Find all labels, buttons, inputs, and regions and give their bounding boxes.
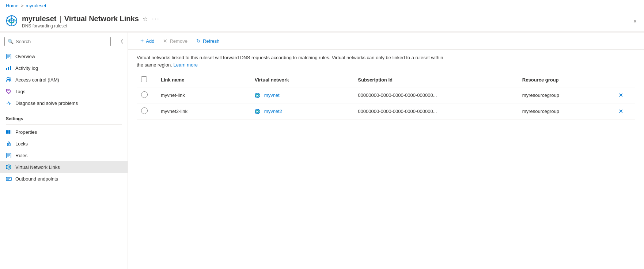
vnet-link-0[interactable]: myvnet bbox=[255, 92, 349, 98]
sidebar-label-diagnose: Diagnose and solve problems bbox=[15, 101, 78, 106]
tags-icon bbox=[6, 88, 12, 94]
delete-row-button-1[interactable]: ✕ bbox=[616, 107, 625, 115]
rules-icon bbox=[6, 152, 12, 158]
delete-cell: ✕ bbox=[612, 87, 635, 103]
resource-group-cell: myresourcegroup bbox=[518, 103, 612, 120]
activity-log-icon bbox=[6, 65, 12, 71]
page-name: Virtual Network Links bbox=[64, 15, 139, 23]
sidebar-item-activity-log[interactable]: Activity log bbox=[0, 62, 128, 74]
sidebar-item-virtual-network-links[interactable]: Virtual Network Links bbox=[0, 161, 128, 173]
link-name-cell: myvnet2-link bbox=[156, 103, 250, 120]
svg-point-35 bbox=[6, 165, 7, 166]
settings-section-label: Settings bbox=[0, 112, 128, 123]
search-icon: 🔍 bbox=[8, 39, 14, 44]
search-box[interactable]: 🔍 bbox=[4, 37, 111, 46]
add-icon: + bbox=[140, 38, 144, 44]
overview-icon bbox=[6, 53, 12, 59]
access-control-icon bbox=[6, 77, 12, 83]
resource-name: myruleset bbox=[22, 15, 57, 23]
svg-point-34 bbox=[6, 168, 7, 169]
title-separator: | bbox=[60, 15, 61, 23]
resource-group-cell: myresourcegroup bbox=[518, 87, 612, 103]
svg-line-20 bbox=[10, 103, 10, 105]
svg-point-44 bbox=[255, 109, 260, 114]
svg-rect-23 bbox=[8, 130, 10, 134]
row-radio-1[interactable] bbox=[141, 107, 148, 114]
collapse-button[interactable]: 《 bbox=[115, 37, 126, 46]
search-input[interactable] bbox=[16, 39, 107, 44]
learn-more-link[interactable]: Learn more bbox=[173, 62, 197, 68]
remove-button[interactable]: ✕ Remove bbox=[159, 36, 191, 46]
sidebar-label-activity-log: Activity log bbox=[15, 65, 38, 71]
diagnose-icon bbox=[6, 100, 12, 106]
row-radio-0[interactable] bbox=[141, 91, 148, 98]
svg-point-43 bbox=[255, 93, 256, 94]
sidebar-label-properties: Properties bbox=[15, 129, 37, 135]
svg-point-40 bbox=[257, 94, 258, 96]
vnet-link-1[interactable]: myvnet2 bbox=[255, 109, 349, 114]
sidebar-label-access-control: Access control (IAM) bbox=[15, 77, 59, 83]
svg-rect-13 bbox=[10, 66, 11, 70]
virtual-network-cell: myvnet bbox=[250, 87, 354, 103]
svg-point-47 bbox=[255, 112, 256, 113]
sidebar-item-outbound-endpoints[interactable]: Outbound endpoints bbox=[0, 173, 128, 185]
resource-group-header: Resource group bbox=[518, 73, 612, 87]
subscription-id-cell: 00000000-0000-0000-0000-000000... bbox=[353, 103, 518, 120]
sidebar-item-tags[interactable]: Tags bbox=[0, 86, 128, 97]
svg-point-42 bbox=[255, 96, 256, 97]
breadcrumb-current: myruleset bbox=[26, 3, 46, 8]
svg-rect-36 bbox=[6, 177, 11, 181]
resource-icon bbox=[6, 15, 18, 28]
refresh-button[interactable]: ↻ Refresh bbox=[193, 36, 223, 46]
svg-point-39 bbox=[255, 93, 260, 98]
action-header bbox=[612, 73, 635, 87]
main-content: + Add ✕ Remove ↻ Refresh Virtual network… bbox=[128, 33, 644, 269]
virtual-network-links-icon bbox=[6, 164, 12, 170]
add-button[interactable]: + Add bbox=[137, 35, 158, 46]
info-text: Virtual networks linked to this ruleset … bbox=[128, 50, 457, 73]
more-options-button[interactable]: ··· bbox=[151, 14, 160, 23]
sidebar-item-diagnose[interactable]: Diagnose and solve problems bbox=[0, 97, 128, 109]
virtual-network-header: Virtual network bbox=[250, 73, 354, 87]
refresh-icon: ↻ bbox=[196, 38, 201, 44]
svg-point-6 bbox=[7, 17, 8, 19]
refresh-label: Refresh bbox=[203, 38, 220, 44]
sidebar-label-tags: Tags bbox=[15, 89, 25, 94]
sidebar-label-locks: Locks bbox=[15, 141, 28, 147]
sidebar-item-properties[interactable]: Properties bbox=[0, 126, 128, 138]
svg-point-5 bbox=[7, 23, 8, 24]
sidebar: 🔍 《 Overview Activity log Access control… bbox=[0, 33, 128, 269]
svg-point-45 bbox=[257, 110, 258, 112]
delete-cell: ✕ bbox=[612, 103, 635, 120]
breadcrumb: Home > myruleset bbox=[0, 0, 644, 11]
breadcrumb-home[interactable]: Home bbox=[6, 3, 19, 8]
sidebar-item-access-control[interactable]: Access control (IAM) bbox=[0, 74, 128, 86]
sidebar-item-locks[interactable]: Locks bbox=[0, 138, 128, 149]
select-all-header bbox=[137, 73, 156, 87]
svg-line-19 bbox=[9, 102, 10, 105]
close-button[interactable]: × bbox=[632, 17, 638, 26]
remove-label: Remove bbox=[170, 38, 187, 44]
select-all-checkbox[interactable] bbox=[141, 76, 147, 82]
sidebar-item-overview[interactable]: Overview bbox=[0, 50, 128, 62]
delete-row-button-0[interactable]: ✕ bbox=[616, 91, 625, 99]
table-row: myvnet-link myvnet 00000000-0000-0000-00… bbox=[137, 87, 635, 103]
svg-point-26 bbox=[8, 144, 10, 145]
sidebar-item-rules[interactable]: Rules bbox=[0, 149, 128, 161]
sidebar-label-outbound-endpoints: Outbound endpoints bbox=[15, 176, 58, 182]
svg-rect-11 bbox=[6, 68, 7, 70]
svg-point-48 bbox=[255, 109, 256, 110]
resource-title-group: myruleset | Virtual Network Links ☆ ··· … bbox=[22, 14, 160, 29]
outbound-endpoints-icon bbox=[6, 176, 12, 182]
locks-icon bbox=[6, 141, 12, 147]
toolbar: + Add ✕ Remove ↻ Refresh bbox=[128, 33, 644, 50]
sidebar-label-virtual-network-links: Virtual Network Links bbox=[15, 164, 60, 170]
table-row: myvnet2-link myvnet2 00000000-0000-0000-… bbox=[137, 103, 635, 120]
settings-divider bbox=[6, 124, 122, 125]
svg-rect-22 bbox=[6, 130, 8, 134]
subscription-id-cell: 00000000-0000-0000-0000-000000... bbox=[353, 87, 518, 103]
svg-point-16 bbox=[8, 90, 9, 91]
remove-icon: ✕ bbox=[163, 38, 167, 44]
favorite-button[interactable]: ☆ bbox=[142, 15, 148, 23]
add-label: Add bbox=[146, 38, 154, 44]
